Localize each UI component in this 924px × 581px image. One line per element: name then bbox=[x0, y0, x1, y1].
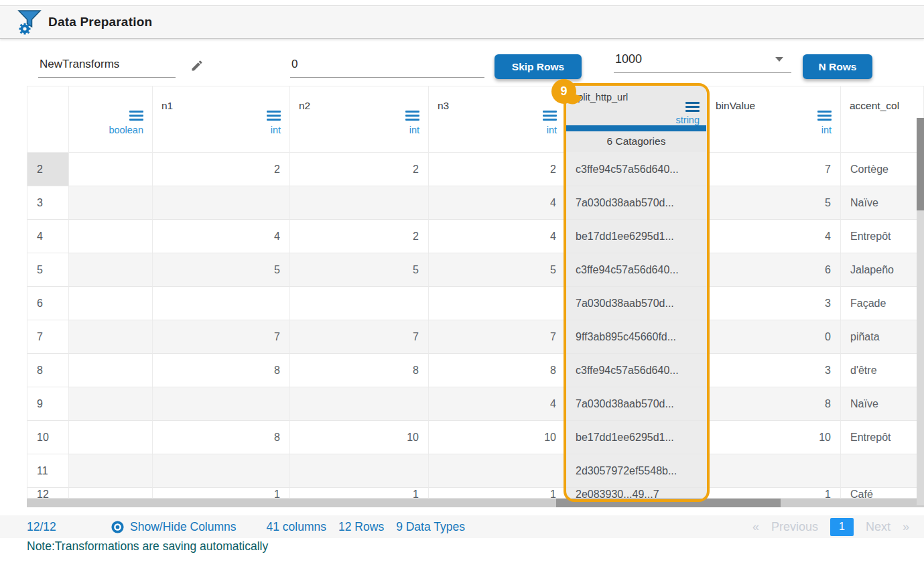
chevron-down-icon bbox=[775, 57, 783, 62]
first-page-arrow[interactable]: « bbox=[752, 520, 759, 534]
column-header-accent_col[interactable]: accent_col bbox=[841, 86, 924, 153]
last-page-arrow[interactable]: » bbox=[903, 520, 909, 534]
table-cell: 1 bbox=[153, 488, 290, 499]
table-cell bbox=[153, 454, 290, 488]
table-cell: c3ffe94c57a56d640... bbox=[566, 253, 707, 287]
transform-name-input[interactable] bbox=[38, 56, 176, 78]
row-index-cell: 11 bbox=[27, 454, 69, 488]
column-header-binValue[interactable]: binValue int bbox=[707, 86, 841, 153]
table-cell: be17dd1ee6295d1... bbox=[566, 421, 707, 454]
column-name: split_http_url bbox=[573, 92, 628, 103]
table-cell bbox=[429, 287, 566, 320]
table-row: 5555c3ffe94c57a56d640...6Jalapeño bbox=[27, 253, 924, 287]
previous-page-button[interactable]: Previous bbox=[771, 520, 818, 534]
table-cell: 3 bbox=[707, 354, 841, 387]
column-type-label: int bbox=[821, 125, 832, 135]
table-cell: 3 bbox=[707, 287, 841, 320]
table-cell: 0 bbox=[707, 320, 841, 354]
n-rows-button[interactable]: N Rows bbox=[803, 54, 872, 79]
next-page-button[interactable]: Next bbox=[866, 520, 890, 534]
table-cell: c3ffe94c57a56d640... bbox=[566, 354, 707, 387]
column-header-n3[interactable]: n3 int bbox=[429, 86, 566, 153]
table-cell: 1 bbox=[707, 488, 841, 499]
table-cell bbox=[69, 320, 153, 354]
table-cell: 1 bbox=[429, 488, 566, 499]
table-cell: Cortège bbox=[841, 153, 924, 186]
table-body: 2222c3ffe94c57a56d640...7Cortège347a030d… bbox=[27, 153, 924, 499]
table-cell: 4 bbox=[429, 186, 566, 220]
table-cell: 2d3057972ef5548b... bbox=[566, 454, 707, 488]
table-cell: 5 bbox=[290, 253, 429, 287]
table-row: 2222c3ffe94c57a56d640...7Cortège bbox=[27, 153, 924, 186]
table-cell: 7 bbox=[153, 320, 290, 354]
row-index-cell: 10 bbox=[27, 421, 69, 454]
horizontal-scrollbar-thumb[interactable] bbox=[556, 499, 781, 507]
table-cell: 7a030d38aab570d... bbox=[566, 387, 707, 421]
vertical-scrollbar[interactable] bbox=[917, 118, 924, 505]
table-cell: 8 bbox=[429, 354, 566, 387]
column-menu-icon[interactable] bbox=[267, 111, 281, 121]
table-row: 347a030d38aab570d...5Naïve bbox=[27, 186, 924, 220]
table-cell bbox=[290, 186, 429, 220]
table-row: 112d3057972ef5548b... bbox=[27, 454, 924, 488]
column-menu-icon[interactable] bbox=[405, 111, 419, 121]
skip-rows-input[interactable] bbox=[290, 56, 484, 78]
row-index-cell: 12 bbox=[27, 488, 69, 499]
columns-count-label: 41 columns bbox=[267, 520, 327, 534]
skip-rows-button[interactable]: Skip Rows bbox=[494, 54, 582, 79]
table-cell bbox=[69, 153, 153, 186]
pagination: « Previous 1 Next » bbox=[752, 518, 919, 536]
column-header-boolean[interactable]: boolean bbox=[69, 86, 153, 153]
column-name: n1 bbox=[161, 100, 173, 112]
table-cell bbox=[69, 454, 153, 488]
n-rows-selected-value: 1000 bbox=[615, 52, 642, 66]
row-index-cell: 4 bbox=[27, 220, 69, 253]
column-type-label: boolean bbox=[109, 125, 143, 135]
table-cell: 7a030d38aab570d... bbox=[566, 186, 707, 220]
table-cell: 8 bbox=[290, 354, 429, 387]
table-cell: piñata bbox=[841, 320, 924, 354]
column-menu-icon[interactable] bbox=[685, 102, 700, 112]
table-cell bbox=[69, 253, 153, 287]
column-header-n2[interactable]: n2 int bbox=[290, 86, 429, 153]
column-menu-icon[interactable] bbox=[129, 111, 143, 121]
table-cell bbox=[290, 454, 429, 488]
category-progress-bar bbox=[566, 125, 706, 131]
table-cell: 6 bbox=[707, 253, 841, 287]
n-rows-select[interactable]: 1000 bbox=[614, 51, 791, 73]
vertical-scrollbar-thumb[interactable] bbox=[917, 118, 924, 210]
table-cell: c3ffe94c57a56d640... bbox=[566, 153, 707, 186]
table-row: 121112e083930...49...71Café bbox=[27, 488, 924, 499]
index-column-header bbox=[27, 86, 69, 153]
data-types-count-label: 9 Data Types bbox=[396, 520, 465, 534]
table-cell bbox=[69, 354, 153, 387]
show-hide-columns-button[interactable]: Show/Hide Columns bbox=[111, 520, 237, 534]
table-cell: 4 bbox=[707, 220, 841, 253]
table-cell: Façade bbox=[841, 287, 924, 320]
column-name: n2 bbox=[299, 100, 310, 112]
table-cell bbox=[290, 387, 429, 421]
column-header-split_http_url[interactable]: split_http_url string 6 Catagories bbox=[566, 86, 707, 153]
column-menu-icon[interactable] bbox=[817, 111, 832, 121]
table-cell: Naïve bbox=[841, 387, 924, 421]
table-row: 4424be17dd1ee6295d1...4Entrepôt bbox=[27, 220, 924, 253]
table-cell: Café bbox=[841, 488, 924, 499]
column-header-n1[interactable]: n1 int bbox=[153, 86, 290, 153]
row-index-cell: 3 bbox=[27, 186, 69, 220]
eye-icon bbox=[111, 520, 125, 534]
column-name: n3 bbox=[438, 100, 449, 112]
table-cell: 4 bbox=[429, 220, 566, 253]
row-index-cell: 7 bbox=[27, 320, 69, 354]
row-index-cell: 6 bbox=[27, 287, 69, 320]
table-row: 77779ff3ab895c45660fd...0piñata bbox=[27, 320, 924, 354]
column-type-label: string bbox=[676, 115, 700, 125]
column-menu-icon[interactable] bbox=[543, 111, 557, 121]
horizontal-scrollbar[interactable] bbox=[27, 499, 924, 507]
current-page-button[interactable]: 1 bbox=[830, 518, 854, 536]
table-cell bbox=[69, 186, 153, 220]
table-cell: 2 bbox=[290, 153, 429, 186]
table-stats: 41 columns 12 Rows 9 Data Types bbox=[267, 520, 465, 534]
table-cell: 4 bbox=[429, 387, 566, 421]
table-cell: 7 bbox=[290, 320, 429, 354]
edit-pencil-icon[interactable] bbox=[190, 59, 204, 72]
